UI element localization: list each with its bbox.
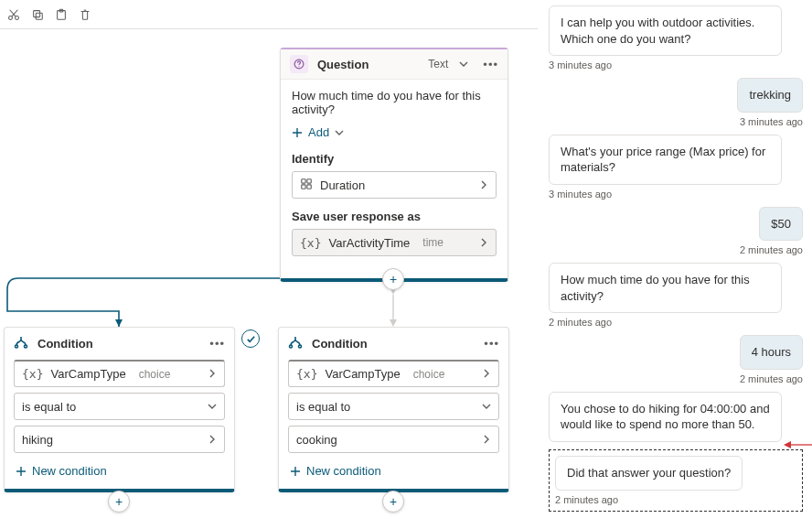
variable-icon: {x} <box>22 367 43 381</box>
more-icon[interactable]: ••• <box>483 58 498 71</box>
chevron-right-icon <box>482 367 491 381</box>
condition-title: Condition <box>37 337 200 351</box>
user-message-row: $502 minutes ago <box>549 207 803 256</box>
variable-icon: {x} <box>296 367 317 381</box>
user-message: trekking <box>737 78 803 113</box>
condition-value: cooking <box>296 433 337 447</box>
timestamp: 3 minutes ago <box>549 59 803 70</box>
chevron-right-icon <box>482 433 491 447</box>
svg-marker-8 <box>115 319 123 327</box>
question-response-type: Text <box>428 58 448 70</box>
svg-point-15 <box>16 345 18 348</box>
bot-message: You chose to do hiking for 04:00:00 and … <box>549 392 782 442</box>
value-select[interactable]: cooking <box>288 426 499 453</box>
variable-name: VarActivityTime <box>328 236 410 250</box>
add-label: Add <box>308 125 329 139</box>
followup-prompt: Did that answer your question? 2 minutes… <box>549 449 803 512</box>
operator-select[interactable]: is equal to <box>14 393 225 420</box>
add-node-button[interactable]: + <box>382 268 404 290</box>
checkmark-icon <box>241 329 260 348</box>
bot-message: I can help you with outdoor activities. … <box>549 5 782 56</box>
timestamp: 2 minutes ago <box>549 373 803 384</box>
chevron-right-icon <box>479 236 488 250</box>
chevron-down-icon <box>208 400 217 414</box>
variable-type: time <box>422 236 443 249</box>
branch-icon <box>14 335 28 352</box>
condition-node-2[interactable]: Condition ••• {x} VarCampType choice is … <box>278 327 509 492</box>
operator-select[interactable]: is equal to <box>288 393 499 420</box>
save-response-label: Save user response as <box>292 210 497 223</box>
canvas-toolbar <box>0 0 538 29</box>
variable-name: VarCampType <box>50 367 125 381</box>
condition-variable[interactable]: {x} VarCampType choice <box>14 360 225 387</box>
variable-icon: {x} <box>300 236 321 250</box>
svg-point-17 <box>290 345 293 348</box>
test-chat-panel: I can help you with outdoor activities. … <box>540 0 812 529</box>
add-node-button[interactable]: + <box>382 491 404 513</box>
chevron-right-icon <box>479 178 488 192</box>
operator-value: is equal to <box>296 400 350 414</box>
question-header: Question Text ••• <box>281 49 508 80</box>
branch-icon <box>288 335 303 352</box>
condition-title: Condition <box>312 337 475 351</box>
svg-marker-7 <box>390 319 397 327</box>
question-node[interactable]: Question Text ••• How much time do you h… <box>280 48 508 282</box>
timestamp: 2 minutes ago <box>549 317 803 328</box>
svg-rect-2 <box>34 10 40 16</box>
svg-marker-20 <box>784 441 791 448</box>
variable-type: choice <box>139 368 171 381</box>
more-icon[interactable]: ••• <box>209 337 225 351</box>
user-message-row: trekking3 minutes ago <box>549 78 803 127</box>
callout-arrow-icon <box>784 437 812 452</box>
paste-icon[interactable] <box>55 8 68 21</box>
svg-point-10 <box>298 66 299 67</box>
condition-value: hiking <box>22 433 53 447</box>
authoring-canvas[interactable]: Question Text ••• How much time do you h… <box>0 0 538 529</box>
variable-type: choice <box>413 368 445 381</box>
condition-node-1[interactable]: Condition ••• {x} VarCampType choice is … <box>4 327 235 492</box>
user-message-row: 4 hours2 minutes ago <box>549 335 803 384</box>
chevron-right-icon <box>208 433 217 447</box>
svg-point-16 <box>25 345 27 348</box>
bot-message-row: I can help you with outdoor activities. … <box>549 5 803 70</box>
user-message: $50 <box>759 207 803 242</box>
add-button[interactable]: Add <box>292 125 497 139</box>
svg-rect-14 <box>307 184 311 188</box>
bot-message: What's your price range (Max price) for … <box>549 135 782 185</box>
copy-icon[interactable] <box>31 8 44 21</box>
entity-icon <box>300 178 313 193</box>
chevron-down-icon <box>482 400 491 414</box>
more-icon[interactable]: ••• <box>484 337 499 351</box>
svg-rect-11 <box>302 178 305 182</box>
chevron-right-icon <box>208 367 217 381</box>
bot-message-row: How much time do you have for this activ… <box>549 263 803 328</box>
timestamp: 2 minutes ago <box>549 244 803 255</box>
question-icon <box>290 55 308 73</box>
cut-icon[interactable] <box>7 8 20 21</box>
svg-rect-12 <box>307 178 311 182</box>
add-node-button[interactable]: + <box>108 491 130 513</box>
timestamp: 3 minutes ago <box>549 189 803 200</box>
delete-icon[interactable] <box>79 8 91 21</box>
identify-value: Duration <box>320 178 365 192</box>
new-condition-button[interactable]: New condition <box>14 459 225 480</box>
question-prompt: How much time do you have for this activ… <box>292 89 497 116</box>
user-message: 4 hours <box>740 335 803 370</box>
variable-picker[interactable]: {x} VarActivityTime time <box>292 229 497 256</box>
bot-message: Did that answer your question? <box>555 456 743 491</box>
bot-message: How much time do you have for this activ… <box>549 263 782 313</box>
identify-label: Identify <box>292 152 497 166</box>
chevron-down-icon[interactable] <box>459 58 468 71</box>
timestamp: 3 minutes ago <box>549 116 803 127</box>
value-select[interactable]: hiking <box>14 426 225 453</box>
timestamp: 2 minutes ago <box>555 494 796 505</box>
condition-variable[interactable]: {x} VarCampType choice <box>288 360 499 387</box>
identify-picker[interactable]: Duration <box>292 171 497 199</box>
new-condition-button[interactable]: New condition <box>288 459 499 480</box>
variable-name: VarCampType <box>325 367 400 381</box>
question-title: Question <box>317 58 419 71</box>
svg-rect-13 <box>302 184 305 188</box>
bot-message-row: You chose to do hiking for 04:00:00 and … <box>549 392 803 442</box>
new-condition-label: New condition <box>306 464 381 478</box>
new-condition-label: New condition <box>32 464 107 478</box>
